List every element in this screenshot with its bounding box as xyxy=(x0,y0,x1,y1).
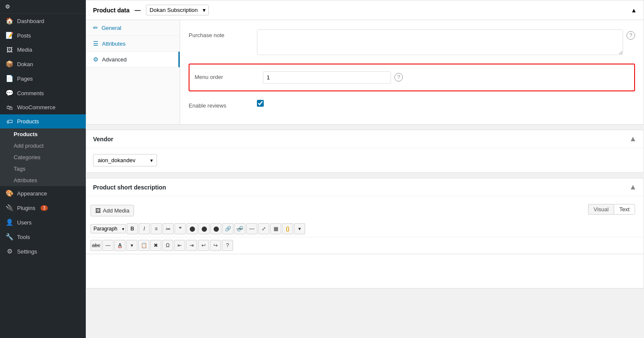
menu-order-input[interactable]: 1 xyxy=(263,71,391,84)
bold-button[interactable]: B xyxy=(127,223,138,234)
sidebar: ⚙ 🏠 Dashboard 📝 Posts 🖼 Media 📦 Dokan 📄 … xyxy=(0,0,86,338)
short-description-section: Product short description ▲ 🖼 Add Media … xyxy=(86,178,644,288)
product-data-section: Product data — Dokan Subscription Simple… xyxy=(86,0,644,125)
vendor-section: Vendor ▲ aion_dokandev xyxy=(86,130,644,173)
sidebar-item-products[interactable]: 🏷 Products xyxy=(0,114,86,128)
table-button[interactable]: ▦ xyxy=(270,223,281,234)
unlink-button[interactable]: 🔗 xyxy=(234,223,245,234)
tab-general-label: General xyxy=(102,25,121,31)
menu-order-label: Menu order xyxy=(195,71,263,80)
ordered-list-button[interactable]: ≔ xyxy=(163,223,174,234)
bracket-button[interactable]: () xyxy=(282,223,293,234)
tab-text[interactable]: Text xyxy=(614,204,635,215)
plugins-icon: 🔌 xyxy=(5,204,14,212)
product-type-select-wrapper[interactable]: Dokan Subscription Simple product Groupe… xyxy=(146,5,209,15)
hr2-button[interactable]: — xyxy=(102,240,114,251)
vendor-collapse[interactable]: ▲ xyxy=(629,134,637,143)
unordered-list-button[interactable]: ≡ xyxy=(151,223,162,234)
add-media-button[interactable]: 🖼 Add Media xyxy=(90,205,134,216)
sidebar-label-comments: Comments xyxy=(17,90,44,96)
redo-button[interactable]: ↪ xyxy=(210,240,221,251)
indent-button[interactable]: ⇥ xyxy=(186,240,197,251)
strikethrough-button[interactable]: abc xyxy=(90,240,102,251)
sidebar-label-appearance: Appearance xyxy=(17,190,47,197)
products-submenu: Products Add product Categories Tags Att… xyxy=(0,128,86,186)
dokan-icon: 📦 xyxy=(5,60,14,68)
visual-tab-label: Visual xyxy=(594,206,609,213)
users-icon: 👤 xyxy=(5,219,14,226)
sidebar-item-dashboard[interactable]: 🏠 Dashboard xyxy=(0,14,86,28)
align-left-button[interactable]: ⬤ xyxy=(186,223,198,234)
submenu-label-attributes: Attributes xyxy=(14,177,37,184)
menu-order-field-wrap: 1 ? xyxy=(263,71,629,84)
attributes-tab-icon: ☰ xyxy=(93,40,99,47)
tab-attributes-label: Attributes xyxy=(102,41,125,47)
vendor-select[interactable]: aion_dokandev xyxy=(93,154,157,166)
vendor-title: Vendor xyxy=(93,136,113,143)
enable-reviews-field-wrap xyxy=(257,100,635,107)
enable-reviews-checkbox[interactable] xyxy=(257,100,264,107)
pages-icon: 📄 xyxy=(5,75,14,82)
submenu-item-products[interactable]: Products xyxy=(0,128,86,140)
sidebar-label-pages: Pages xyxy=(17,76,33,82)
paragraph-select-wrapper[interactable]: Paragraph Heading 1 Heading 2 xyxy=(90,224,126,233)
purchase-note-help[interactable]: ? xyxy=(627,31,635,40)
enable-reviews-row: Enable reviews xyxy=(189,97,635,111)
tab-general[interactable]: ✏ General xyxy=(86,20,180,36)
align-right-button[interactable]: ⬤ xyxy=(210,223,221,234)
tab-attributes[interactable]: ☰ Attributes xyxy=(86,36,180,52)
menu-order-row: Menu order 1 ? xyxy=(195,69,629,86)
text-color-button[interactable]: A xyxy=(114,240,125,251)
product-data-title: Product data xyxy=(93,7,130,14)
paste-text-button[interactable]: 📋 xyxy=(138,240,149,251)
sidebar-item-media[interactable]: 🖼 Media xyxy=(0,43,86,57)
editor-area[interactable] xyxy=(86,254,644,288)
menu-order-help[interactable]: ? xyxy=(394,73,403,82)
fullscreen-button[interactable]: ⤢ xyxy=(258,223,269,234)
submenu-item-tags[interactable]: Tags xyxy=(0,163,86,175)
posts-icon: 📝 xyxy=(5,32,14,39)
link-button[interactable]: 🔗 xyxy=(222,223,233,234)
text-tab-label: Text xyxy=(619,206,629,213)
sidebar-item-woocommerce[interactable]: 🛍 WooCommerce xyxy=(0,100,86,114)
tab-advanced[interactable]: ⚙ Advanced xyxy=(86,52,180,67)
purchase-note-input[interactable] xyxy=(257,29,623,55)
appearance-icon: 🎨 xyxy=(5,189,14,197)
sidebar-item-tools[interactable]: 🔧 Tools xyxy=(0,230,86,244)
sidebar-item-users[interactable]: 👤 Users xyxy=(0,215,86,230)
sidebar-item-dokan[interactable]: 📦 Dokan xyxy=(0,57,86,71)
short-description-collapse[interactable]: ▲ xyxy=(629,183,637,192)
vendor-select-wrapper[interactable]: aion_dokandev xyxy=(93,154,157,166)
sidebar-item-pages[interactable]: 📄 Pages xyxy=(0,71,86,86)
blockquote-button[interactable]: ❝ xyxy=(175,223,186,234)
submenu-item-attributes[interactable]: Attributes xyxy=(0,175,86,186)
product-data-collapse[interactable]: ▲ xyxy=(631,7,637,14)
editor-toolbar-2: abc — A ▾ 📋 ✖ Ω ⇤ ⇥ ↩ ↪ ? xyxy=(86,237,644,254)
submenu-label-add-product: Add product xyxy=(14,143,44,149)
add-media-label: Add Media xyxy=(103,207,129,214)
product-type-select[interactable]: Dokan Subscription Simple product Groupe… xyxy=(146,5,209,15)
help-button[interactable]: ? xyxy=(222,240,233,251)
submenu-item-categories[interactable]: Categories xyxy=(0,152,86,163)
clear-format-button[interactable]: ✖ xyxy=(150,240,161,251)
hr-button[interactable]: — xyxy=(246,223,257,234)
sidebar-label-woocommerce: WooCommerce xyxy=(17,104,55,111)
align-center-button[interactable]: ⬤ xyxy=(198,223,210,234)
italic-button[interactable]: I xyxy=(139,223,150,234)
more-button[interactable]: ▾ xyxy=(294,223,305,234)
sidebar-item-appearance[interactable]: 🎨 Appearance xyxy=(0,186,86,201)
paragraph-select[interactable]: Paragraph Heading 1 Heading 2 xyxy=(90,224,126,233)
sidebar-item-comments[interactable]: 💬 Comments xyxy=(0,86,86,100)
sidebar-label-users: Users xyxy=(17,219,32,226)
outdent-button[interactable]: ⇤ xyxy=(174,240,185,251)
tab-visual[interactable]: Visual xyxy=(588,204,614,215)
special-chars-button[interactable]: Ω xyxy=(162,240,173,251)
short-description-header: Product short description ▲ xyxy=(86,178,644,196)
sidebar-item-posts[interactable]: 📝 Posts xyxy=(0,28,86,43)
submenu-item-add-product[interactable]: Add product xyxy=(0,140,86,152)
sidebar-item-plugins[interactable]: 🔌 Plugins 3 xyxy=(0,201,86,215)
text-color-arrow[interactable]: ▾ xyxy=(126,240,137,251)
undo-button[interactable]: ↩ xyxy=(198,240,209,251)
product-data-body: ✏ General ☰ Attributes ⚙ Advanced Purcha… xyxy=(86,20,644,124)
sidebar-item-settings[interactable]: ⚙ Settings xyxy=(0,244,86,259)
